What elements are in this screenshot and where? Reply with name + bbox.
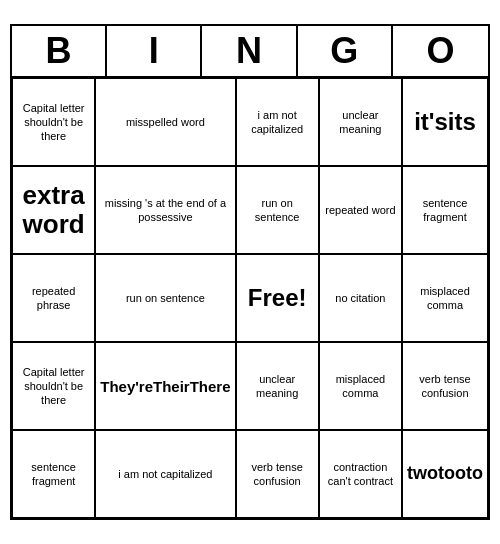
bingo-cell-1: misspelled word	[95, 78, 235, 166]
bingo-cell-14: misplaced comma	[402, 254, 488, 342]
bingo-header: BINGO	[12, 26, 488, 78]
header-letter-g: G	[298, 26, 393, 76]
bingo-cell-4: it'sits	[402, 78, 488, 166]
header-letter-b: B	[12, 26, 107, 76]
header-letter-n: N	[202, 26, 297, 76]
bingo-cell-5: extra word	[12, 166, 95, 254]
bingo-cell-12: Free!	[236, 254, 319, 342]
header-letter-o: O	[393, 26, 488, 76]
header-letter-i: I	[107, 26, 202, 76]
bingo-cell-24: twotooto	[402, 430, 488, 518]
bingo-cell-2: i am not capitalized	[236, 78, 319, 166]
bingo-cell-10: repeated phrase	[12, 254, 95, 342]
bingo-cell-20: sentence fragment	[12, 430, 95, 518]
bingo-cell-17: unclear meaning	[236, 342, 319, 430]
bingo-cell-6: missing 's at the end of a possessive	[95, 166, 235, 254]
bingo-cell-19: verb tense confusion	[402, 342, 488, 430]
bingo-card: BINGO Capital letter shouldn't be therem…	[10, 24, 490, 520]
bingo-grid: Capital letter shouldn't be theremisspel…	[12, 78, 488, 518]
bingo-cell-23: contraction can't contract	[319, 430, 402, 518]
bingo-cell-21: i am not capitalized	[95, 430, 235, 518]
bingo-cell-11: run on sentence	[95, 254, 235, 342]
bingo-cell-22: verb tense confusion	[236, 430, 319, 518]
bingo-cell-7: run on sentence	[236, 166, 319, 254]
bingo-cell-18: misplaced comma	[319, 342, 402, 430]
bingo-cell-9: sentence fragment	[402, 166, 488, 254]
bingo-cell-15: Capital letter shouldn't be there	[12, 342, 95, 430]
bingo-cell-3: unclear meaning	[319, 78, 402, 166]
bingo-cell-8: repeated word	[319, 166, 402, 254]
bingo-cell-0: Capital letter shouldn't be there	[12, 78, 95, 166]
bingo-cell-16: They'reTheirThere	[95, 342, 235, 430]
bingo-cell-13: no citation	[319, 254, 402, 342]
